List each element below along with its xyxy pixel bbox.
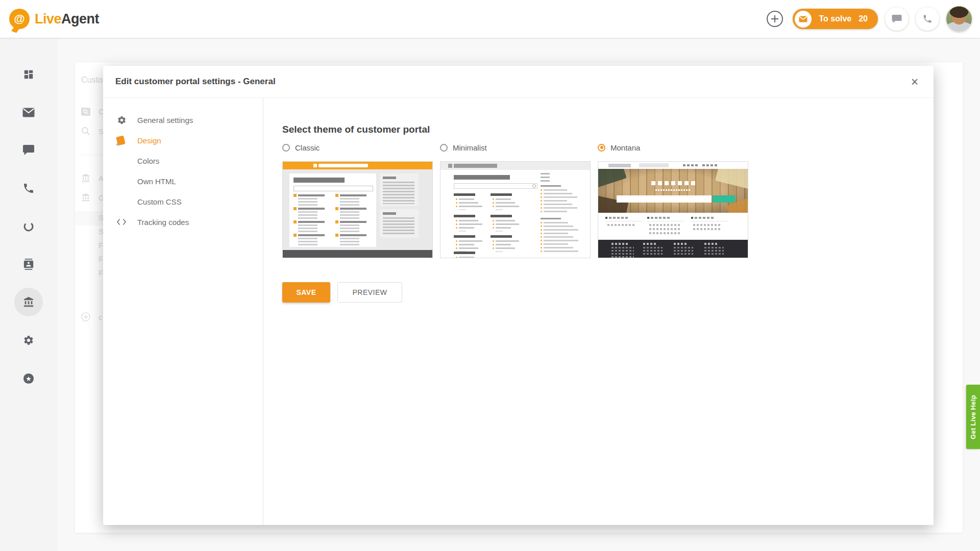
sync-icon bbox=[22, 220, 35, 233]
radio-classic[interactable]: Classic bbox=[282, 141, 434, 154]
liveagent-logo[interactable]: @ LiveAgent bbox=[9, 9, 99, 29]
thumb-section-title bbox=[454, 215, 475, 217]
modal-actions: SAVE PREVIEW bbox=[282, 282, 402, 303]
thumb-bullet bbox=[456, 206, 457, 207]
sidebar-item-automation[interactable] bbox=[14, 212, 43, 241]
thumb-navbar bbox=[598, 162, 748, 169]
thumb-bullet bbox=[541, 229, 542, 231]
thumb-box-title bbox=[383, 212, 396, 215]
thumb-title-squares bbox=[651, 181, 695, 185]
thumb-col-line bbox=[607, 224, 635, 226]
nav-item-general-settings[interactable]: General settings bbox=[115, 110, 258, 130]
thumb-item-lines bbox=[298, 198, 317, 206]
sidebar-item-customers[interactable] bbox=[14, 250, 43, 279]
thumb-square bbox=[691, 181, 695, 185]
sidebar-item-chats[interactable] bbox=[14, 136, 43, 164]
thumb-more-line bbox=[459, 209, 466, 210]
close-icon[interactable]: × bbox=[907, 74, 922, 89]
user-avatar[interactable] bbox=[946, 6, 972, 32]
theme-preview-montana[interactable] bbox=[598, 161, 748, 258]
radio-icon[interactable] bbox=[440, 144, 448, 152]
thumb-bullet bbox=[493, 240, 494, 242]
thumb-footer-title bbox=[611, 243, 629, 245]
sidebar-item-addons[interactable] bbox=[14, 364, 43, 393]
radio-icon[interactable] bbox=[282, 144, 290, 152]
thumb-bullet bbox=[493, 227, 494, 229]
thumb-item-lines bbox=[298, 224, 317, 233]
theme-minimalist: Minimalist bbox=[440, 141, 592, 258]
thumb-bullet bbox=[456, 202, 457, 204]
thumb-title-bar bbox=[454, 175, 510, 180]
theme-preview-classic[interactable] bbox=[282, 161, 433, 258]
sidebar-item-calls[interactable] bbox=[14, 174, 43, 203]
save-button[interactable]: SAVE bbox=[282, 282, 330, 303]
thumb-line bbox=[544, 236, 573, 238]
thumb-line bbox=[459, 227, 474, 229]
radio-icon-checked[interactable] bbox=[598, 144, 605, 152]
thumb-col-rule bbox=[605, 221, 642, 221]
thumb-bullet bbox=[493, 198, 494, 200]
nav-label: Custom CSS bbox=[137, 197, 182, 206]
thumb-footer bbox=[283, 250, 432, 258]
calls-button[interactable] bbox=[916, 7, 939, 31]
thumb-bullet bbox=[541, 243, 542, 245]
thumb-line bbox=[544, 200, 567, 202]
thumb-sidebar-box bbox=[380, 209, 419, 238]
nav-item-tracking-codes[interactable]: Tracking codes bbox=[115, 212, 258, 232]
thumb-bullet bbox=[493, 202, 494, 204]
radio-montana[interactable]: Montana bbox=[598, 141, 749, 154]
thumb-item-title bbox=[340, 234, 366, 236]
thumb-footer-line bbox=[611, 256, 634, 258]
plus-circle-icon bbox=[766, 10, 783, 28]
chats-button[interactable] bbox=[885, 7, 909, 31]
nav-item-design[interactable]: Design bbox=[115, 130, 258, 151]
thumb-bullet bbox=[541, 236, 542, 238]
sidebar-item-dashboard[interactable] bbox=[14, 60, 43, 89]
nav-label: Tracking codes bbox=[137, 218, 189, 227]
thumb-topbar bbox=[283, 162, 432, 169]
thumb-line bbox=[544, 193, 572, 194]
to-solve-button[interactable]: To solve 20 bbox=[793, 9, 878, 29]
thumb-nav-links bbox=[683, 164, 699, 166]
thumb-section-title bbox=[454, 252, 475, 254]
thumb-bullet bbox=[335, 207, 338, 210]
thumb-line bbox=[544, 229, 578, 231]
thumb-footer-line bbox=[674, 253, 693, 255]
thumb-footer-line bbox=[611, 247, 634, 248]
thumb-line bbox=[496, 227, 511, 229]
chat-icon bbox=[23, 145, 34, 155]
thumb-bullet bbox=[493, 244, 494, 245]
thumb-nav-pill bbox=[608, 164, 631, 167]
preview-button[interactable]: PREVIEW bbox=[337, 282, 402, 303]
thumb-line bbox=[544, 243, 568, 245]
nav-item-colors[interactable]: Colors bbox=[115, 151, 258, 171]
add-button[interactable] bbox=[764, 8, 786, 30]
thumb-line bbox=[544, 196, 577, 198]
thumb-footer-line bbox=[674, 250, 693, 252]
radio-label: Classic bbox=[295, 143, 320, 152]
thumb-line bbox=[459, 202, 478, 204]
thumb-col-rule bbox=[647, 221, 684, 221]
thumb-footer-line bbox=[643, 247, 663, 248]
thumb-bullet bbox=[541, 200, 542, 202]
thumb-line bbox=[544, 207, 577, 209]
thumb-side-title bbox=[541, 218, 561, 219]
sidebar-item-portal[interactable] bbox=[14, 288, 43, 316]
thumb-bullet bbox=[493, 223, 494, 225]
nav-item-custom-css[interactable]: Custom CSS bbox=[115, 191, 258, 212]
theme-preview-minimalist[interactable] bbox=[440, 161, 591, 258]
logo-live: Live bbox=[35, 11, 61, 27]
thumb-section-title bbox=[454, 235, 475, 238]
thumb-col-rule bbox=[691, 221, 728, 221]
thumb-footer-line bbox=[704, 247, 724, 248]
sidebar-item-settings[interactable] bbox=[14, 326, 43, 355]
sidebar-item-tickets[interactable] bbox=[14, 98, 43, 127]
thumb-footer-line bbox=[704, 253, 724, 255]
top-header: @ LiveAgent To solve 20 bbox=[0, 0, 980, 38]
get-live-help-tab[interactable]: Get Live Help bbox=[966, 385, 980, 449]
nav-item-own-html[interactable]: Own HTML bbox=[115, 171, 258, 191]
thumb-square bbox=[671, 181, 675, 185]
radio-minimalist[interactable]: Minimalist bbox=[440, 141, 592, 154]
theme-options: Classic Minimalist Montana bbox=[282, 141, 749, 258]
to-solve-label: To solve bbox=[819, 14, 851, 23]
